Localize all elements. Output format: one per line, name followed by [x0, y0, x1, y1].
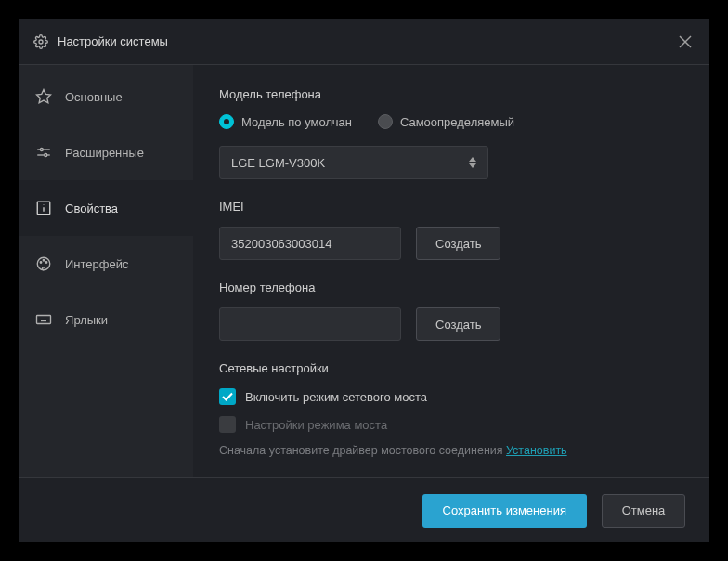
content-area: Модель телефона Модель по умолчан Самооп…: [193, 65, 709, 477]
close-button[interactable]: [676, 33, 695, 51]
bridge-mode-label: Включить режим сетевого моста: [245, 390, 427, 404]
sidebar-item-label: Основные: [65, 90, 123, 104]
sidebar-item-label: Свойства: [65, 202, 118, 215]
sidebar-item-label: Расширенные: [65, 146, 144, 160]
svg-point-14: [46, 262, 47, 264]
phone-model-select[interactable]: LGE LGM-V300K: [219, 146, 488, 179]
svg-point-7: [45, 154, 47, 157]
sidebar-item-label: Интерфейс: [65, 257, 128, 271]
chevron-updown-icon: [469, 157, 476, 168]
phone-number-create-button[interactable]: Создать: [416, 307, 500, 341]
gear-icon: [33, 34, 48, 49]
sidebar-item-shortcuts[interactable]: Ярлыки: [19, 292, 193, 347]
palette-icon: [35, 255, 52, 272]
bridge-hint: Сначала установите драйвер мостового сое…: [219, 444, 683, 457]
titlebar: Настройки системы: [19, 19, 709, 65]
window-body: Основные Расширенные Свойства Интерфейс …: [19, 65, 709, 477]
svg-point-0: [39, 40, 43, 44]
check-icon: [222, 392, 233, 401]
svg-point-12: [40, 262, 42, 264]
star-icon: [35, 88, 52, 105]
save-button[interactable]: Сохранить изменения: [422, 494, 588, 528]
svg-marker-22: [469, 163, 476, 168]
keyboard-icon: [35, 311, 52, 328]
cancel-button[interactable]: Отмена: [602, 494, 685, 528]
svg-marker-21: [469, 157, 476, 162]
radio-default-model[interactable]: [219, 114, 234, 129]
network-title: Сетевые настройки: [219, 361, 683, 375]
phone-number-title: Номер телефона: [219, 280, 683, 294]
radio-self-label: Самоопределяемый: [400, 115, 514, 129]
radio-self-detect[interactable]: [378, 114, 393, 129]
sidebar-item-label: Ярлыки: [65, 313, 108, 327]
close-icon: [679, 35, 692, 48]
svg-marker-3: [37, 90, 51, 103]
select-value: LGE LGM-V300K: [231, 156, 325, 170]
sidebar-item-interface[interactable]: Интерфейс: [19, 236, 193, 292]
svg-point-13: [43, 260, 45, 262]
phone-model-radio-group: Модель по умолчан Самоопределяемый: [219, 114, 683, 129]
imei-title: IMEI: [219, 200, 683, 214]
install-link[interactable]: Установить: [506, 444, 567, 457]
phone-number-input[interactable]: [219, 307, 401, 341]
bridge-settings-label: Настройки режима моста: [245, 418, 387, 432]
phone-model-title: Модель телефона: [219, 87, 683, 101]
sidebar: Основные Расширенные Свойства Интерфейс …: [19, 65, 193, 477]
sidebar-item-basic[interactable]: Основные: [19, 69, 193, 124]
footer: Сохранить изменения Отмена: [19, 477, 709, 542]
svg-rect-15: [37, 316, 51, 324]
imei-value: 352003063003014: [231, 237, 332, 251]
bridge-settings-checkbox: [219, 416, 236, 433]
bridge-mode-checkbox[interactable]: [219, 388, 236, 405]
imei-input[interactable]: 352003063003014: [219, 227, 401, 260]
svg-point-6: [40, 149, 43, 151]
window-title: Настройки системы: [58, 34, 676, 48]
sidebar-item-properties[interactable]: Свойства: [19, 180, 193, 236]
info-icon: [35, 200, 52, 216]
sliders-icon: [35, 144, 52, 161]
sidebar-item-advanced[interactable]: Расширенные: [19, 124, 193, 180]
radio-default-label: Модель по умолчан: [241, 115, 352, 129]
imei-create-button[interactable]: Создать: [416, 227, 500, 260]
settings-window: Настройки системы Основные Расширенные С…: [19, 19, 709, 542]
